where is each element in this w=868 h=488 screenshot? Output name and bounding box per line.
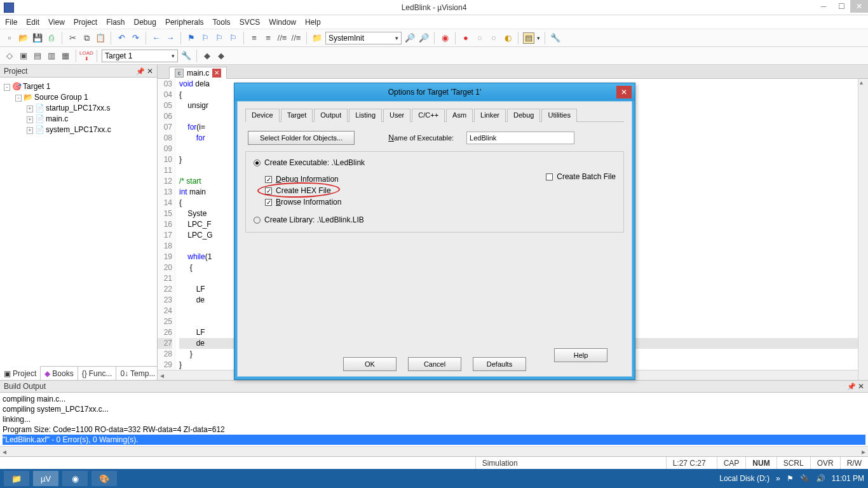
translate-icon[interactable]: ◇ <box>4 50 15 62</box>
create-executable-radio[interactable] <box>254 159 261 166</box>
comment-icon[interactable]: //≡ <box>276 32 288 44</box>
uncomment-icon[interactable]: //≡ <box>290 32 302 44</box>
minimize-button[interactable]: ─ <box>815 0 832 13</box>
tree-target[interactable]: Target 1 <box>23 82 50 91</box>
expander-icon[interactable]: + <box>27 116 33 123</box>
menu-file[interactable]: File <box>5 18 17 27</box>
new-icon[interactable]: ▫ <box>4 32 15 44</box>
breakpoint-icon[interactable]: ● <box>460 32 471 44</box>
manage-books-icon[interactable]: ◆ <box>215 50 227 62</box>
tray-disk[interactable]: Local Disk (D:) <box>719 474 770 483</box>
paste-icon[interactable]: 📋 <box>95 32 106 44</box>
window-layout-drop[interactable]: ▾ <box>537 35 540 41</box>
find-folder-icon[interactable]: 📁 <box>311 32 323 44</box>
tray-flag-icon[interactable]: ⚑ <box>787 474 794 483</box>
find-next-icon[interactable]: 🔎 <box>404 32 416 44</box>
menu-window[interactable]: Window <box>269 18 296 27</box>
tab-user[interactable]: User <box>383 109 410 122</box>
save-icon[interactable]: 💾 <box>32 32 43 44</box>
taskbar-chrome[interactable]: ◉ <box>62 471 88 486</box>
menu-debug[interactable]: Debug <box>134 18 156 27</box>
expander-icon[interactable]: + <box>27 105 33 112</box>
taskbar-explorer[interactable]: 📁 <box>4 471 29 486</box>
nav-back-icon[interactable]: ← <box>151 32 162 44</box>
tab-target[interactable]: Target <box>281 109 313 122</box>
expander-icon[interactable]: + <box>27 127 33 134</box>
taskbar-paint[interactable]: 🎨 <box>92 471 117 486</box>
tree-file[interactable]: system_LPC17xx.c <box>46 125 111 134</box>
manage-components-icon[interactable]: ◆ <box>201 50 213 62</box>
tab-close-icon[interactable]: ✕ <box>212 69 221 78</box>
copy-icon[interactable]: ⧉ <box>81 32 92 44</box>
build-hscroll[interactable]: ◂▸ <box>0 446 868 456</box>
tab-debug[interactable]: Debug <box>507 109 540 122</box>
expander-icon[interactable]: - <box>15 95 22 102</box>
menu-flash[interactable]: Flash <box>106 18 125 27</box>
help-button[interactable]: Help <box>554 348 607 362</box>
tab-ccpp[interactable]: C/C++ <box>412 109 445 122</box>
rebuild-icon[interactable]: ▤ <box>32 50 43 62</box>
stop-build-icon[interactable]: ▦ <box>60 50 71 62</box>
batch-build-icon[interactable]: ▥ <box>46 50 57 62</box>
select-folder-button[interactable]: Select Folder for Objects... <box>248 131 355 145</box>
project-tree[interactable]: -🎯Target 1 -📂Source Group 1 +📄startup_LP… <box>0 78 157 366</box>
tray-time[interactable]: 11:01 PM <box>832 474 864 483</box>
panel-close-icon[interactable]: ✕ <box>858 382 864 391</box>
target-options-icon[interactable]: 🔧 <box>180 50 192 62</box>
indent-icon[interactable]: ≡ <box>248 32 260 44</box>
bookmark-clear-icon[interactable]: ⚐ <box>227 32 239 44</box>
nav-fwd-icon[interactable]: → <box>165 32 176 44</box>
menu-svcs[interactable]: SVCS <box>240 18 261 27</box>
menu-project[interactable]: Project <box>74 18 97 27</box>
tray-volume-icon[interactable]: 🔊 <box>816 474 825 483</box>
pin-icon[interactable]: 📌 <box>847 383 856 390</box>
defaults-button[interactable]: Defaults <box>473 357 526 371</box>
build-icon[interactable]: ▣ <box>18 50 29 62</box>
editor-vscroll[interactable] <box>858 79 868 380</box>
tab-utilities[interactable]: Utilities <box>541 109 576 122</box>
target-combo[interactable]: Target 1▾ <box>102 50 178 62</box>
cancel-button[interactable]: Cancel <box>408 357 461 371</box>
maximize-button[interactable]: ☐ <box>832 0 850 13</box>
tab-functions[interactable]: {}Func... <box>78 367 117 380</box>
tree-group[interactable]: Source Group 1 <box>34 93 88 102</box>
tray-power-icon[interactable]: 🔌 <box>800 474 810 483</box>
panel-close-icon[interactable]: ✕ <box>147 67 153 76</box>
tab-asm[interactable]: Asm <box>446 109 473 122</box>
configure-icon[interactable]: 🔧 <box>550 32 561 44</box>
breakpoint-kill-icon[interactable]: ○ <box>488 32 499 44</box>
tray-chevron-icon[interactable]: » <box>776 474 780 483</box>
menu-tools[interactable]: Tools <box>213 18 231 27</box>
outdent-icon[interactable]: ≡ <box>262 32 274 44</box>
breakpoint-disable-icon[interactable]: ○ <box>474 32 485 44</box>
undo-icon[interactable]: ↶ <box>116 32 127 44</box>
menu-edit[interactable]: Edit <box>26 18 39 27</box>
menu-peripherals[interactable]: Peripherals <box>165 18 204 27</box>
tab-output[interactable]: Output <box>314 109 348 122</box>
open-icon[interactable]: 📂 <box>18 32 29 44</box>
debug-start-icon[interactable]: ◉ <box>439 32 451 44</box>
breakpoint-enable-icon[interactable]: ◐ <box>502 32 513 44</box>
dialog-close-button[interactable]: ✕ <box>616 86 632 98</box>
expander-icon[interactable]: - <box>4 84 10 91</box>
bookmark-next-icon[interactable]: ⚐ <box>214 32 225 44</box>
debug-info-checkbox[interactable] <box>265 176 272 183</box>
tree-file[interactable]: main.c <box>46 114 68 123</box>
ok-button[interactable]: OK <box>343 357 397 371</box>
redo-icon[interactable]: ↷ <box>130 32 141 44</box>
build-output-body[interactable]: compiling main.c... compiling system_LPC… <box>0 393 868 446</box>
pin-icon[interactable]: 📌 <box>136 67 145 75</box>
bookmark-prev-icon[interactable]: ⚐ <box>200 32 211 44</box>
bookmark-icon[interactable]: ⚑ <box>186 32 197 44</box>
tab-linker[interactable]: Linker <box>474 109 506 122</box>
create-hex-checkbox[interactable] <box>265 187 272 194</box>
find-combo[interactable]: SystemInit▾ <box>325 32 402 44</box>
download-icon[interactable]: LOAD⬇ <box>81 50 92 62</box>
tree-file[interactable]: startup_LPC17xx.s <box>46 104 110 112</box>
create-library-radio[interactable] <box>254 217 261 224</box>
cut-icon[interactable]: ✂ <box>67 32 78 44</box>
save-all-icon[interactable]: ⎙ <box>46 32 57 44</box>
browse-info-checkbox[interactable] <box>265 199 272 206</box>
window-layout-icon[interactable]: ▤ <box>523 32 534 44</box>
tab-listing[interactable]: Listing <box>349 109 382 122</box>
